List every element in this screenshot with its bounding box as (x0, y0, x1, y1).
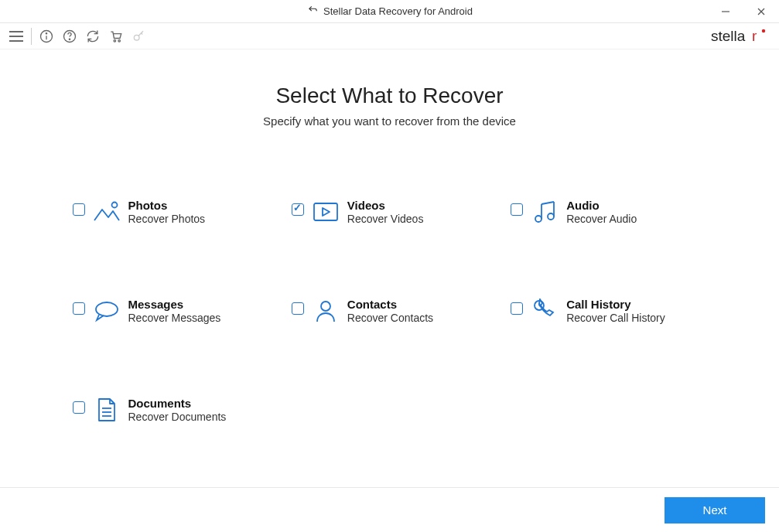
checkbox-contacts[interactable] (292, 302, 304, 315)
checkbox-documents[interactable] (73, 401, 85, 414)
checkbox-audio[interactable] (511, 203, 523, 216)
option-sub: Recover Videos (347, 213, 424, 225)
option-sub: Recover Messages (128, 312, 221, 324)
option-title: Messages (128, 298, 221, 311)
back-arrow-icon (306, 5, 319, 18)
brand-logo: stella r (711, 26, 768, 49)
checkbox-messages[interactable] (73, 302, 85, 315)
toolbar-divider (31, 28, 32, 45)
option-messages-text: Messages Recover Messages (128, 298, 221, 324)
messages-icon (93, 298, 121, 324)
next-button[interactable]: Next (665, 497, 765, 523)
page-subheading: Specify what you want to recover from th… (0, 114, 779, 128)
titlebar: Stellar Data Recovery for Android (0, 0, 779, 23)
toolbar-icons (38, 28, 148, 45)
svg-rect-18 (314, 203, 337, 220)
option-sub: Recover Call History (566, 312, 665, 324)
toolbar: stella r (0, 23, 779, 49)
svg-point-16 (762, 29, 765, 32)
svg-point-20 (535, 216, 542, 222)
footer: Next (0, 487, 779, 532)
svg-point-8 (46, 32, 46, 33)
svg-point-17 (111, 203, 117, 208)
cart-icon[interactable] (108, 28, 125, 45)
option-audio[interactable]: Audio Recover Audio (511, 199, 706, 225)
refresh-icon[interactable] (84, 28, 101, 45)
option-sub: Recover Documents (128, 411, 227, 423)
svg-point-25 (96, 302, 118, 316)
svg-point-12 (118, 39, 121, 42)
titlebar-title-container: Stellar Data Recovery for Android (306, 5, 473, 18)
option-title: Documents (128, 397, 227, 410)
audio-icon (531, 199, 559, 225)
checkbox-photos[interactable] (73, 203, 85, 216)
svg-point-13 (134, 35, 139, 40)
option-contacts-text: Contacts Recover Contacts (347, 298, 433, 324)
option-messages[interactable]: Messages Recover Messages (73, 298, 268, 324)
photos-icon (93, 199, 121, 225)
option-videos-text: Videos Recover Videos (347, 199, 424, 225)
svg-point-26 (321, 302, 330, 311)
option-photos[interactable]: Photos Recover Photos (73, 199, 268, 225)
svg-text:r: r (752, 28, 757, 44)
svg-line-24 (542, 202, 554, 204)
checkbox-videos[interactable] (292, 203, 304, 216)
contacts-icon (312, 298, 340, 324)
option-contacts[interactable]: Contacts Recover Contacts (292, 298, 487, 324)
svg-point-11 (114, 39, 116, 42)
close-button[interactable] (743, 0, 779, 23)
option-sub: Recover Photos (128, 213, 206, 225)
option-callhistory-text: Call History Recover Call History (566, 298, 665, 324)
main-content: Select What to Recover Specify what you … (0, 49, 779, 423)
option-audio-text: Audio Recover Audio (566, 199, 637, 225)
videos-icon (312, 199, 340, 225)
option-callhistory[interactable]: Call History Recover Call History (511, 298, 706, 324)
option-photos-text: Photos Recover Photos (128, 199, 206, 225)
help-icon[interactable] (61, 28, 78, 45)
svg-marker-19 (323, 208, 330, 216)
page-heading: Select What to Recover (0, 84, 779, 108)
callhistory-icon (531, 298, 559, 324)
option-title: Call History (566, 298, 665, 311)
svg-point-21 (548, 213, 554, 220)
svg-text:stella: stella (711, 28, 746, 44)
minimize-button[interactable] (708, 0, 743, 23)
documents-icon (93, 397, 121, 423)
option-documents[interactable]: Documents Recover Documents (73, 397, 268, 423)
window-title: Stellar Data Recovery for Android (323, 5, 473, 17)
key-icon (131, 28, 148, 45)
info-icon[interactable] (38, 28, 55, 45)
checkbox-callhistory[interactable] (511, 302, 523, 315)
option-title: Photos (128, 199, 206, 212)
option-title: Audio (566, 199, 637, 212)
option-title: Contacts (347, 298, 433, 311)
option-sub: Recover Contacts (347, 312, 433, 324)
option-title: Videos (347, 199, 424, 212)
option-documents-text: Documents Recover Documents (128, 397, 227, 423)
options-grid: Photos Recover Photos Videos Recover Vid… (73, 199, 707, 423)
svg-point-10 (69, 39, 70, 39)
menu-button[interactable] (6, 26, 26, 46)
option-videos[interactable]: Videos Recover Videos (292, 199, 487, 225)
option-sub: Recover Audio (566, 213, 637, 225)
window-controls (708, 0, 779, 22)
